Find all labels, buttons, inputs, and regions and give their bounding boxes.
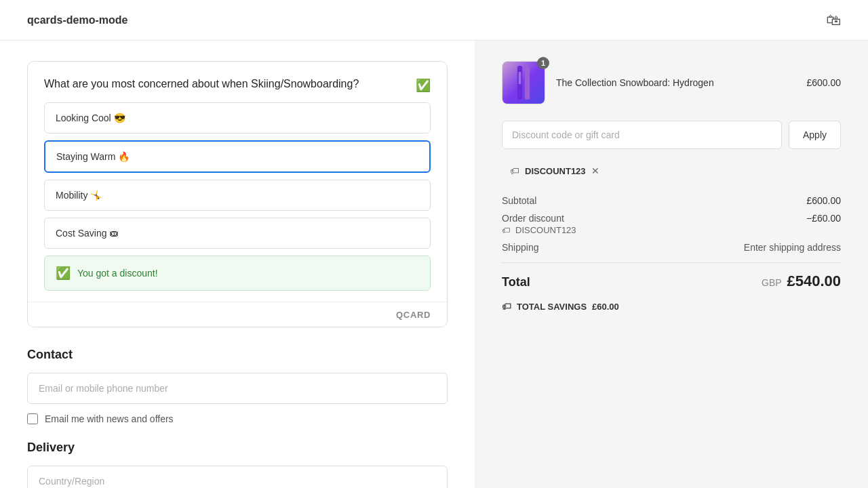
order-discount-label-group: Order discount 🏷 DISCOUNT123 [502,213,576,235]
savings-row: 🏷 TOTAL SAVINGS £60.00 [502,301,841,312]
total-currency: GBP [762,277,782,288]
discount-code-icon: 🏷 [502,226,510,235]
product-row: 1 The Collection Snowboard: Hydrogen £60… [502,61,841,104]
delivery-section: Delivery [27,441,448,488]
discount-input[interactable] [502,121,782,149]
total-value: £540.00 [787,272,841,289]
option-label: Looking Cool 😎 [56,113,125,123]
option-label: Mobility 🤸 [56,190,102,201]
discount-amount: −£60.00 [806,213,841,235]
shipping-value: Enter shipping address [744,242,841,253]
main-layout: What are you most concerned about when S… [0,41,868,488]
qcard-question: What are you most concerned about when S… [44,78,431,90]
option-mobility[interactable]: Mobility 🤸 [44,180,431,211]
svg-rect-2 [519,72,521,84]
question-text: What are you most concerned about when S… [44,78,359,89]
order-discount-row: Order discount 🏷 DISCOUNT123 −£60.00 [502,213,841,235]
option-label: Cost Saving 🎟 [56,228,119,239]
email-field[interactable] [27,373,448,404]
contact-title: Contact [27,348,448,362]
qcard-brand: QCARD [396,310,431,320]
product-badge: 1 [537,57,549,69]
newsletter-checkbox[interactable] [27,413,38,424]
order-discount-label: Order discount [502,213,576,224]
discount-check-icon: ✅ [56,266,71,281]
site-title: qcards-demo-mode [27,14,127,26]
apply-button[interactable]: Apply [789,121,841,149]
product-price: £600.00 [806,77,841,88]
newsletter-row: Email me with news and offers [27,413,448,424]
subtotal-label: Subtotal [502,195,536,206]
product-name: The Collection Snowboard: Hydrogen [556,77,795,88]
savings-icon: 🏷 [502,301,511,312]
qcard-inner: What are you most concerned about when S… [28,62,447,302]
option-looking-cool[interactable]: Looking Cool 😎 [44,102,431,134]
subtotal-row: Subtotal £600.00 [502,195,841,206]
applied-discount-tag: 🏷 DISCOUNT123 ✕ [502,160,608,182]
header: qcards-demo-mode 🛍 [0,0,868,41]
contact-section: Contact Email me with news and offers [27,348,448,424]
total-row: Total GBP £540.00 [502,272,841,290]
applied-code-label: DISCOUNT123 [525,166,586,176]
newsletter-label: Email me with news and offers [45,413,174,424]
delivery-title: Delivery [27,441,448,455]
qcard-widget: What are you most concerned about when S… [27,61,448,327]
cart-icon[interactable]: 🛍 [826,12,841,29]
country-field[interactable] [27,466,448,488]
discount-code-detail: DISCOUNT123 [515,225,576,235]
option-label: Staying Warm 🔥 [56,151,130,162]
discount-input-row: Apply [502,121,841,149]
right-panel: 1 The Collection Snowboard: Hydrogen £60… [475,41,868,488]
subtotal-value: £600.00 [806,195,841,206]
option-cost-saving[interactable]: Cost Saving 🎟 [44,218,431,249]
savings-value: £60.00 [592,302,619,312]
shipping-label: Shipping [502,242,539,253]
savings-label: TOTAL SAVINGS [517,302,587,312]
total-label: Total [502,275,530,289]
qcard-footer: QCARD [28,302,447,327]
svg-rect-1 [525,66,530,100]
product-image-wrap: 1 [502,61,545,104]
discount-banner-text: You got a discount! [77,268,158,279]
discount-success-banner: ✅ You got a discount! [44,256,431,291]
discount-tag-icon: 🏷 [510,165,519,176]
left-panel: What are you most concerned about when S… [0,41,475,488]
option-staying-warm[interactable]: Staying Warm 🔥 [44,140,431,173]
remove-discount-button[interactable]: ✕ [591,166,599,176]
summary-divider [502,262,841,263]
total-value-group: GBP £540.00 [762,272,841,290]
question-check-icon: ✅ [416,78,431,93]
shipping-row: Shipping Enter shipping address [502,242,841,253]
